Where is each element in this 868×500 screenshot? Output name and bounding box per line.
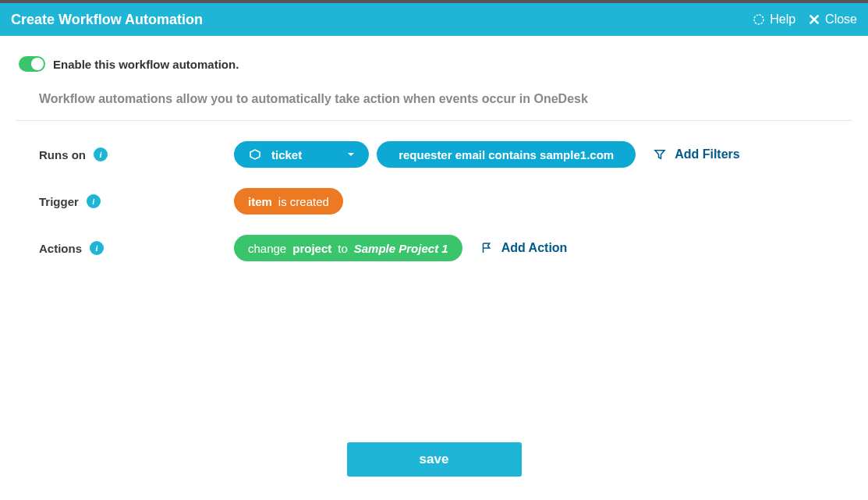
trigger-row: Trigger i item is created <box>39 188 849 215</box>
automation-description: Workflow automations allow you to automa… <box>19 92 849 106</box>
runs-on-row: Runs on i ticket requester email contain… <box>39 141 849 168</box>
type-label: ticket <box>271 148 302 161</box>
dialog-header: Create Workflow Automation Help Close <box>0 3 868 36</box>
action-field: project <box>292 242 331 255</box>
dialog-title: Create Workflow Automation <box>11 12 203 28</box>
runs-on-content: ticket requester email contains sample1.… <box>234 141 740 168</box>
trigger-pill[interactable]: item is created <box>234 188 343 215</box>
add-filters-button[interactable]: Add Filters <box>653 147 740 161</box>
dialog-content: Enable this workflow automation. Workflo… <box>0 36 868 261</box>
help-button[interactable]: Help <box>753 12 795 27</box>
trigger-label: Trigger <box>39 195 79 208</box>
filter-pill[interactable]: requester email contains sample1.com <box>377 141 636 168</box>
action-to: to <box>338 242 348 255</box>
action-change: change <box>248 242 286 255</box>
type-selector[interactable]: ticket <box>234 141 369 168</box>
action-pill[interactable]: change project to Sample Project 1 <box>234 235 462 261</box>
runs-on-label: Runs on <box>39 148 86 161</box>
info-icon[interactable]: i <box>90 241 104 255</box>
action-value: Sample Project 1 <box>354 242 448 255</box>
enable-row: Enable this workflow automation. <box>19 56 849 72</box>
flag-icon <box>480 241 494 255</box>
actions-content: change project to Sample Project 1 Add A… <box>234 235 567 261</box>
trigger-content: item is created <box>234 188 343 215</box>
trigger-item: item <box>248 195 272 208</box>
trigger-condition: is created <box>278 195 329 208</box>
close-label: Close <box>825 12 857 27</box>
add-action-button[interactable]: Add Action <box>480 241 568 255</box>
svg-point-0 <box>754 15 763 24</box>
divider <box>16 120 852 121</box>
close-button[interactable]: Close <box>808 12 857 27</box>
trigger-label-group: Trigger i <box>39 194 234 208</box>
caret-down-icon <box>347 151 355 158</box>
dialog-footer: save <box>0 442 868 477</box>
header-actions: Help Close <box>753 12 857 27</box>
form-rows: Runs on i ticket requester email contain… <box>19 141 849 261</box>
close-icon <box>808 13 820 26</box>
filter-icon <box>653 147 667 161</box>
toggle-knob <box>31 58 44 70</box>
enable-toggle[interactable] <box>19 56 45 72</box>
filter-text: requester email contains sample1.com <box>399 148 614 161</box>
enable-label: Enable this workflow automation. <box>53 58 239 71</box>
add-filters-label: Add Filters <box>675 147 740 161</box>
actions-label: Actions <box>39 242 82 255</box>
runs-on-label-group: Runs on i <box>39 147 234 161</box>
help-icon <box>753 13 765 26</box>
help-label: Help <box>770 12 795 27</box>
info-icon[interactable]: i <box>87 194 101 208</box>
actions-label-group: Actions i <box>39 241 234 255</box>
save-button[interactable]: save <box>347 442 522 477</box>
info-icon[interactable]: i <box>94 147 108 161</box>
ticket-icon <box>248 147 262 161</box>
add-action-label: Add Action <box>501 241 568 255</box>
actions-row: Actions i change project to Sample Proje… <box>39 235 849 261</box>
